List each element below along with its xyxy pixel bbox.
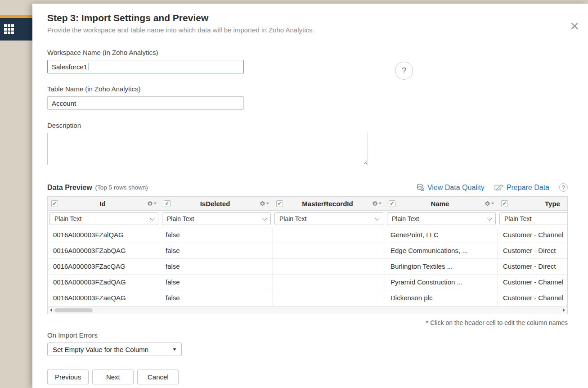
column-type-row: Plain Text Plain Text Plain Text Plain T… xyxy=(48,211,567,227)
preview-help-icon[interactable]: ? xyxy=(559,183,568,192)
table-name-input[interactable] xyxy=(47,96,244,110)
table-cell: Customer - Direct xyxy=(498,243,567,258)
data-preview-title: Data Preview xyxy=(47,184,92,192)
column-settings-gear-icon[interactable] xyxy=(485,201,494,207)
page-title: Step 3: Import Settings and Preview xyxy=(47,13,568,23)
table-cell: false xyxy=(160,243,273,258)
table-row: 0016A000003FZalQAG false GenePoint, LLC … xyxy=(48,227,567,243)
check-icon: ✓ xyxy=(277,201,282,206)
column-header-type[interactable]: ✓ Type xyxy=(498,197,567,210)
select-arrow-icon xyxy=(173,348,176,351)
table-cell xyxy=(273,227,385,243)
table-cell xyxy=(273,275,385,290)
column-type-value: Plain Text xyxy=(54,215,81,222)
chevron-down-icon xyxy=(375,216,380,221)
text-caret xyxy=(89,63,89,70)
table-cell xyxy=(273,243,385,258)
next-button[interactable]: Next xyxy=(92,370,134,384)
edit-columns-note: * Click on the header cell to edit the c… xyxy=(47,319,568,326)
top-accent-bar xyxy=(0,15,32,18)
table-cell: Dickenson plc xyxy=(385,290,498,306)
table-cell: 0016A000003FZadQAG xyxy=(48,275,160,290)
table-name-label: Table Name (in Zoho Analytics) xyxy=(47,85,568,93)
table-cell: 0016A000003FZabQAG xyxy=(48,243,160,258)
column-checkbox[interactable]: ✓ xyxy=(389,200,395,207)
column-settings-gear-icon[interactable] xyxy=(372,201,382,207)
chevron-down-icon xyxy=(487,216,492,221)
table-cell: Customer - Channel xyxy=(498,290,567,306)
check-icon: ✓ xyxy=(390,201,394,206)
column-label: Type xyxy=(508,200,567,208)
check-icon: ✓ xyxy=(52,201,57,206)
cancel-button[interactable]: Cancel xyxy=(137,370,179,384)
table-cell xyxy=(273,290,385,306)
column-label: IsDeleted xyxy=(171,200,260,208)
table-row: 0016A000003FZadQAG false Pyramid Constru… xyxy=(48,275,567,290)
check-icon: ✓ xyxy=(165,201,169,206)
table-cell: Customer - Channel xyxy=(498,275,567,290)
column-checkbox[interactable]: ✓ xyxy=(276,200,283,207)
on-import-errors-select[interactable]: Set Empty Value for the Column xyxy=(47,343,182,356)
data-preview-table: ✓ Id ✓ IsDeleted ✓ MasterRecordId xyxy=(47,196,568,314)
column-checkbox[interactable]: ✓ xyxy=(51,200,58,207)
workspace-name-input[interactable] xyxy=(47,60,244,73)
prepare-data-icon xyxy=(494,184,503,191)
table-cell: 0016A000003FZalQAG xyxy=(48,227,160,243)
column-type-value: Plain Text xyxy=(167,215,194,222)
table-cell: false xyxy=(160,227,273,243)
column-header-isdeleted[interactable]: ✓ IsDeleted xyxy=(160,197,273,210)
app-sidebar-header xyxy=(0,18,32,41)
dialog-content: Step 3: Import Settings and Preview Prov… xyxy=(47,4,568,165)
table-cell: 0016A000003FZacQAG xyxy=(48,259,160,274)
table-row: 0016A000003FZacQAG false Burlington Text… xyxy=(48,259,567,275)
column-type-select[interactable]: Plain Text xyxy=(274,212,383,225)
column-header-masterrecordid[interactable]: ✓ MasterRecordId xyxy=(273,197,385,210)
description-label: Description xyxy=(47,122,568,129)
on-import-errors-label: On Import Errors xyxy=(47,331,588,339)
previous-button[interactable]: Previous xyxy=(47,370,89,384)
table-cell: 0016A000003FZaeQAG xyxy=(48,290,160,306)
column-checkbox[interactable]: ✓ xyxy=(164,200,171,207)
column-type-select[interactable]: Plain Text xyxy=(49,212,158,225)
scroll-left-icon[interactable] xyxy=(50,308,52,312)
column-type-select[interactable]: Plain Text xyxy=(499,212,567,225)
column-header-id[interactable]: ✓ Id xyxy=(48,197,160,210)
prepare-data-label: Prepare Data xyxy=(507,184,549,192)
import-settings-dialog: × Step 3: Import Settings and Preview Pr… xyxy=(32,4,588,388)
table-cell: false xyxy=(160,275,273,290)
table-row: 0016A000003FZaeQAG false Dickenson plc C… xyxy=(48,290,567,306)
dialog-footer: Previous Next Cancel xyxy=(47,370,588,384)
table-header-row: ✓ Id ✓ IsDeleted ✓ MasterRecordId xyxy=(48,197,567,211)
column-checkbox[interactable]: ✓ xyxy=(501,200,508,207)
column-type-select[interactable]: Plain Text xyxy=(162,212,271,225)
column-settings-gear-icon[interactable] xyxy=(260,201,269,207)
scroll-right-icon[interactable] xyxy=(563,308,565,312)
column-header-name[interactable]: ✓ Name xyxy=(385,197,498,210)
chevron-down-icon xyxy=(262,216,267,221)
apps-grid-icon[interactable] xyxy=(4,24,14,34)
table-cell: false xyxy=(160,290,273,306)
help-icon[interactable]: ? xyxy=(395,62,413,80)
column-settings-gear-icon[interactable] xyxy=(147,201,157,207)
description-textarea[interactable] xyxy=(47,133,368,165)
table-cell: Edge Communications, ... xyxy=(385,243,498,258)
on-import-errors-value: Set Empty Value for the Column xyxy=(53,346,148,353)
table-cell: Burlington Textiles ... xyxy=(385,259,498,274)
page-subtitle: Provide the workspace and table name int… xyxy=(47,26,568,34)
import-settings-form: Workspace Name (in Zoho Analytics) Table… xyxy=(47,49,568,165)
horizontal-scrollbar[interactable] xyxy=(48,306,567,314)
table-cell: GenePoint, LLC xyxy=(385,227,498,243)
column-label: Name xyxy=(395,200,485,208)
data-preview-hint: (Top 5 rows shown) xyxy=(95,184,148,191)
view-data-quality-link[interactable]: View Data Quality xyxy=(417,184,485,192)
table-row: 0016A000003FZabQAG false Edge Communicat… xyxy=(48,243,567,259)
column-label: MasterRecordId xyxy=(283,200,372,208)
workspace-name-label: Workspace Name (in Zoho Analytics) xyxy=(47,49,568,56)
close-icon[interactable]: × xyxy=(567,19,582,32)
scrollbar-thumb[interactable] xyxy=(54,308,93,312)
column-type-select[interactable]: Plain Text xyxy=(387,212,496,225)
chevron-down-icon xyxy=(150,216,155,221)
table-cell: false xyxy=(160,259,273,274)
prepare-data-link[interactable]: Prepare Data xyxy=(494,184,549,192)
table-cell: Pyramid Construction ... xyxy=(385,275,498,290)
